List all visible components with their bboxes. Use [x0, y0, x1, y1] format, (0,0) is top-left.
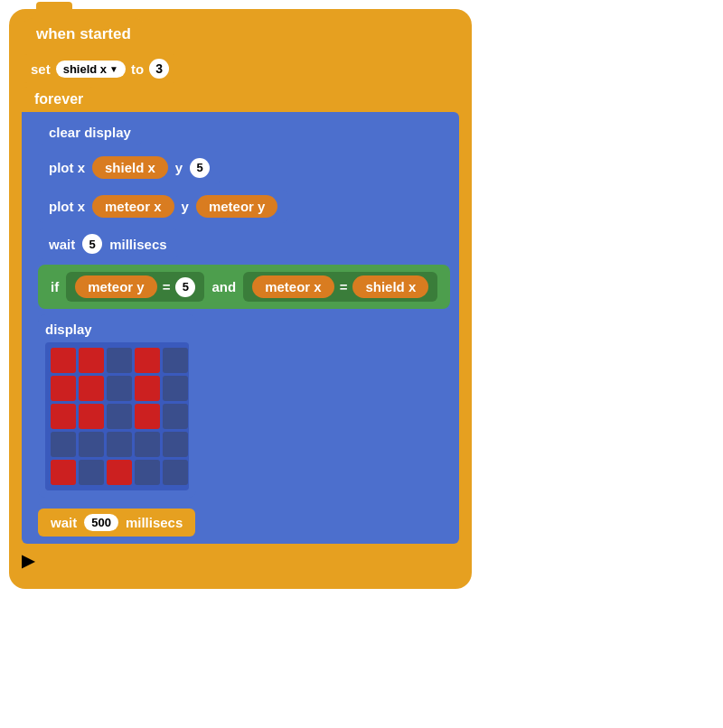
to-label: to	[131, 61, 144, 77]
if-block: if meteor y = 5 and meteor x =	[38, 265, 450, 309]
led-cell	[51, 376, 76, 401]
led-cell	[79, 432, 104, 457]
plot-x2-label: plot x	[49, 199, 85, 214]
plot-x-shield-block: plot x shield x y 5	[38, 151, 221, 184]
and-label: and	[211, 279, 236, 294]
led-cell	[107, 432, 132, 457]
forever-label: forever	[22, 87, 96, 112]
led-cell	[135, 404, 160, 429]
led-cell	[163, 404, 188, 429]
play-arrow-icon[interactable]: ▶	[22, 551, 459, 571]
led-cell	[107, 404, 132, 429]
outer-scratch-block: when started set shield x ▼ to 3 forever…	[9, 9, 472, 589]
dropdown-arrow-icon: ▼	[109, 64, 118, 74]
led-cell	[51, 348, 76, 373]
plot-x-meteor-block: plot x meteor x y meteor y	[38, 190, 288, 223]
meteor-y-eq-block: meteor y = 5	[66, 272, 204, 302]
when-started-label: when started	[36, 25, 131, 42]
meteor-y-pill: meteor y	[196, 195, 278, 218]
led-cell	[163, 460, 188, 485]
led-cell	[135, 460, 160, 485]
y-label1: y	[175, 160, 183, 175]
forever-inner: clear display plot x shield x y 5 plot x…	[22, 112, 459, 544]
led-cell	[107, 460, 132, 485]
wait-500-value: 500	[84, 514, 118, 531]
y-label2: y	[182, 199, 189, 214]
led-cell	[51, 404, 76, 429]
led-grid	[45, 342, 189, 490]
led-cell	[79, 348, 104, 373]
led-cell	[163, 376, 188, 401]
shield-x-value: shield x	[63, 62, 107, 76]
set-block: set shield x ▼ to 3	[22, 54, 178, 83]
led-cell	[163, 432, 188, 457]
led-cell	[79, 376, 104, 401]
led-cell	[51, 432, 76, 457]
val5-bubble: 5	[175, 277, 195, 297]
wait-500-label: wait	[51, 515, 77, 530]
plot-x1-label: plot x	[49, 160, 85, 175]
shield-x-pill: shield x	[92, 156, 168, 179]
led-cell	[135, 348, 160, 373]
display-label: display	[45, 322, 189, 337]
meteor-x-pill: meteor x	[92, 195, 174, 218]
shield-x-if-pill: shield x	[352, 275, 428, 298]
meteor-x-if-pill: meteor x	[252, 275, 334, 298]
set-label: set	[31, 61, 51, 77]
if-label: if	[51, 279, 59, 294]
wait-val-bubble: 5	[82, 234, 102, 254]
led-cell	[51, 460, 76, 485]
shield-x-dropdown[interactable]: shield x ▼	[56, 61, 126, 78]
wait-5-block: wait 5 millisecs	[38, 229, 178, 259]
wait-500-block: wait 500 millisecs	[38, 509, 195, 537]
led-cell	[79, 404, 104, 429]
millisecs-500-label: millisecs	[126, 515, 183, 530]
wait-label: wait	[49, 237, 75, 252]
led-cell	[163, 348, 188, 373]
when-started-block: when started	[22, 18, 146, 51]
to-value-bubble[interactable]: 3	[149, 59, 169, 79]
display-block: display	[38, 314, 196, 498]
led-cell	[79, 460, 104, 485]
clear-display-block: clear display	[38, 119, 142, 145]
eq2-label: =	[340, 279, 348, 294]
clear-display-label: clear display	[49, 125, 131, 140]
meteor-y-if-pill: meteor y	[75, 275, 157, 298]
led-cell	[135, 432, 160, 457]
led-cell	[107, 348, 132, 373]
led-cell	[135, 376, 160, 401]
led-cell	[107, 376, 132, 401]
eq1-label: =	[163, 279, 171, 294]
millisecs-label: millisecs	[109, 237, 166, 252]
meteor-x-eq-block: meteor x = shield x	[243, 272, 437, 302]
y-val1-bubble: 5	[190, 158, 210, 178]
